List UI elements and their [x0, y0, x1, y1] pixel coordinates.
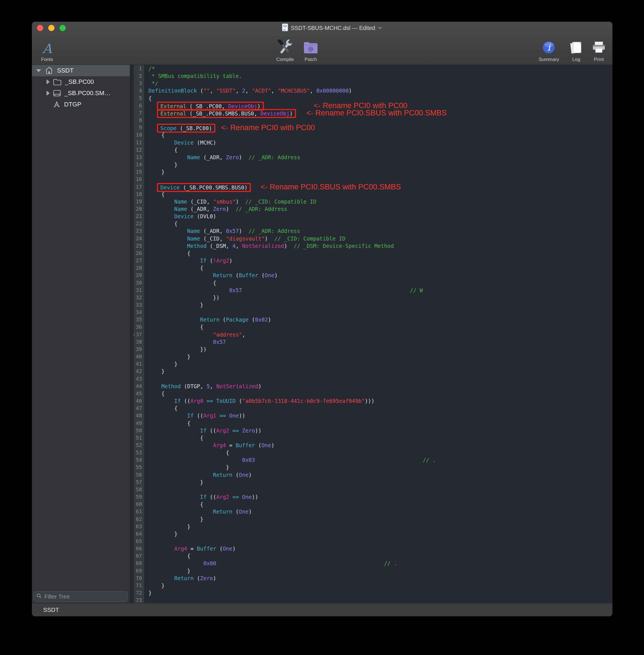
code-text[interactable]: */ — [145, 80, 158, 87]
code-line[interactable]: 43 — [134, 375, 613, 383]
code-text[interactable]: { — [145, 95, 152, 102]
code-line[interactable]: 29 Return (Buffer (One) — [134, 272, 613, 279]
close-button[interactable] — [37, 25, 43, 31]
code-text[interactable] — [145, 117, 148, 124]
code-line[interactable]: 30 { — [134, 279, 613, 287]
code-text[interactable]: 0x57 // W — [145, 287, 423, 294]
code-line[interactable]: 37 "address", — [134, 331, 613, 338]
disclosure-triangle-icon[interactable] — [47, 79, 50, 85]
code-text[interactable]: Arg4 = Buffer (One) — [145, 545, 236, 552]
code-text[interactable]: DefinitionBlock ("", "SSDT", 2, "ACDT", … — [145, 87, 352, 94]
code-text[interactable] — [145, 596, 148, 603]
code-line[interactable]: 57 } — [134, 478, 613, 486]
code-text[interactable]: Method (_DSM, 4, NotSerialized) // _DSM:… — [145, 242, 394, 250]
code-text[interactable]: External (_SB_.PC00.SMBS.BUS0, DeviceObj… — [145, 109, 447, 117]
minimize-button[interactable] — [48, 25, 54, 31]
code-line[interactable]: 7 External (_SB_.PC00.SMBS.BUS0, DeviceO… — [134, 109, 613, 117]
code-line[interactable]: 26 { — [134, 250, 613, 257]
summary-button[interactable]: i Summary — [539, 41, 559, 62]
code-line[interactable]: 16 — [134, 176, 613, 183]
code-line[interactable]: 35 Return (Package (0x02) — [134, 316, 613, 323]
code-text[interactable]: { — [145, 420, 190, 427]
code-line[interactable]: 72} — [134, 589, 613, 596]
code-text[interactable]: { — [145, 146, 178, 154]
code-text[interactable]: } — [145, 567, 190, 574]
patch-button[interactable]: Patch — [303, 41, 318, 62]
code-line[interactable]: 59 If ((Arg2 == One)) — [134, 493, 613, 501]
code-line[interactable]: 52 Arg4 = Buffer (One) — [134, 442, 613, 449]
code-text[interactable]: { — [145, 323, 203, 331]
code-text[interactable]: } — [145, 464, 229, 471]
code-text[interactable]: If ((Arg0 == ToUUID ("a0b5b7c6-1318-441c… — [145, 397, 374, 405]
code-text[interactable]: Return (Buffer (One) — [145, 272, 278, 279]
code-line[interactable]: 3 */ — [134, 80, 613, 87]
log-button[interactable]: Log — [569, 41, 583, 62]
code-text[interactable]: { — [145, 405, 178, 412]
code-line[interactable]: 4DefinitionBlock ("", "SSDT", 2, "ACDT",… — [134, 87, 613, 94]
code-line[interactable]: 58 — [134, 486, 613, 493]
code-line[interactable]: 32 }) — [134, 294, 613, 301]
code-line[interactable]: 47 { — [134, 405, 613, 412]
code-text[interactable]: } — [145, 168, 164, 176]
code-text[interactable]: Name (_CID, "smbus") // _CID: Compatible… — [145, 198, 316, 205]
code-text[interactable]: /* — [145, 65, 155, 72]
code-text[interactable]: } — [145, 523, 190, 530]
code-text[interactable]: Name (_ADR, Zero) // _ADR: Address — [145, 154, 300, 161]
code-line[interactable]: 66 Arg4 = Buffer (One) — [134, 545, 613, 552]
code-text[interactable]: { — [145, 131, 164, 139]
code-text[interactable]: Return (Zero) — [145, 574, 216, 582]
code-text[interactable]: Scope (_SB.PC00)<- Rename PCI0 with PC00 — [145, 124, 315, 131]
code-line[interactable]: 48 If ((Arg1 == One)) — [134, 412, 613, 419]
code-text[interactable]: { — [145, 390, 164, 397]
code-line[interactable]: 19 Name (_CID, "smbus") // _CID: Compati… — [134, 198, 613, 205]
zoom-button[interactable] — [60, 25, 66, 31]
code-text[interactable]: 0x00 // . — [145, 560, 397, 567]
code-text[interactable]: } — [145, 360, 178, 367]
code-line[interactable]: 68 0x00 // . — [134, 560, 613, 567]
code-line[interactable]: 14 } — [134, 161, 613, 168]
code-line[interactable]: 38 0x57 — [134, 338, 613, 345]
code-text[interactable]: Name (_ADR, 0x57) // _ADR: Address — [145, 227, 300, 234]
code-line[interactable]: 1/* — [134, 65, 613, 72]
code-text[interactable] — [145, 176, 148, 183]
code-line[interactable]: 41 } — [134, 360, 613, 367]
code-text[interactable]: Return (One) — [145, 471, 252, 478]
code-text[interactable]: Device (_SB.PC00.SMBS.BUS0)<- Rename PCI… — [145, 183, 401, 190]
code-line[interactable]: 8 — [134, 117, 613, 124]
code-text[interactable]: }) — [145, 294, 220, 301]
code-line[interactable]: 65 — [134, 538, 613, 545]
code-line[interactable]: 53 { — [134, 449, 613, 456]
code-line[interactable]: 23 Name (_ADR, 0x57) // _ADR: Address — [134, 227, 613, 234]
code-line[interactable]: 2 * SMBus compatibility table. — [134, 72, 613, 80]
disclosure-triangle-icon[interactable] — [36, 69, 41, 72]
sidebar-item-dtgp[interactable]: DTGP — [32, 99, 130, 110]
code-line[interactable]: 10 { — [134, 131, 613, 139]
code-text[interactable]: Return (Package (0x02) — [145, 316, 271, 323]
code-text[interactable]: Arg4 = Buffer (One) — [145, 442, 274, 449]
code-text[interactable]: } — [145, 516, 203, 523]
code-line[interactable]: 12 { — [134, 146, 613, 154]
code-text[interactable]: { — [145, 190, 164, 198]
code-text[interactable]: External (_SB_.PC00, DeviceObj)<- Rename… — [145, 102, 407, 109]
code-line[interactable]: 70 Return (Zero) — [134, 574, 613, 582]
code-text[interactable]: }) — [145, 345, 207, 353]
code-line[interactable]: 13 Name (_ADR, Zero) // _ADR: Address — [134, 154, 613, 161]
code-text[interactable]: { — [145, 434, 203, 442]
disclosure-triangle-icon[interactable] — [47, 91, 50, 96]
code-line[interactable]: 54 0x03 // . — [134, 456, 613, 464]
code-line[interactable]: 33 } — [134, 301, 613, 309]
code-text[interactable]: Name (_ADR, Zero) // _ADR: Address — [145, 205, 287, 212]
code-line[interactable]: 63 } — [134, 523, 613, 530]
code-text[interactable]: Return (One) — [145, 508, 252, 515]
code-text[interactable]: } — [145, 301, 203, 309]
code-text[interactable]: * SMBus compatibility table. — [145, 72, 242, 80]
title-chevron-icon[interactable] — [378, 25, 382, 30]
code-text[interactable] — [145, 309, 148, 316]
code-line[interactable]: 55 } — [134, 464, 613, 471]
code-text[interactable]: Device (MCHC) — [145, 139, 216, 146]
code-line[interactable]: 5{ — [134, 95, 613, 102]
code-text[interactable] — [145, 538, 148, 545]
code-line[interactable]: 56 Return (One) — [134, 471, 613, 478]
code-text[interactable]: If ((Arg2 == Zero)) — [145, 427, 261, 434]
code-line[interactable]: 6 External (_SB_.PC00, DeviceObj)<- Rena… — [134, 102, 613, 109]
